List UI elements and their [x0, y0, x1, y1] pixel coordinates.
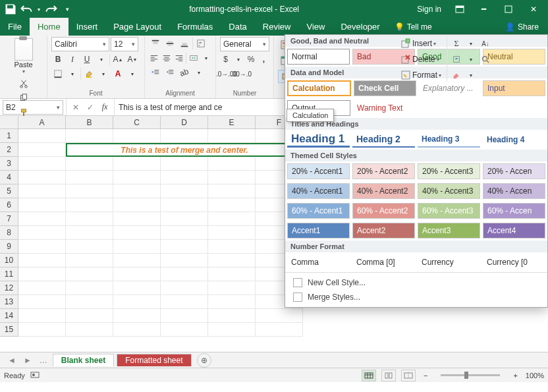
new-cell-style-menu[interactable]: New Cell Style...: [285, 275, 547, 290]
view-pagebreak-button[interactable]: [401, 370, 416, 381]
style-40-accent3[interactable]: 40% - Accent3: [418, 183, 480, 199]
row-header[interactable]: 7: [0, 212, 18, 226]
tab-data[interactable]: Data: [221, 18, 254, 36]
style-calculation[interactable]: Calculation: [287, 80, 351, 96]
merge-styles-menu[interactable]: Merge Styles...: [285, 290, 547, 304]
align-right-button[interactable]: [174, 51, 185, 65]
sheet-nav-more[interactable]: …: [37, 356, 50, 365]
align-top-button[interactable]: [149, 37, 162, 50]
redo-icon[interactable]: [45, 3, 58, 16]
tab-pagelayout[interactable]: Page Layout: [105, 18, 169, 36]
zoom-out-button[interactable]: −: [421, 372, 430, 379]
align-left-button[interactable]: [149, 51, 160, 65]
style-20-accent3[interactable]: 20% - Accent3: [418, 163, 480, 179]
style-accent2[interactable]: Accent2: [352, 223, 415, 238]
underline-button[interactable]: U: [80, 53, 94, 66]
sheet-tab-formatted[interactable]: Formatted sheet: [117, 354, 191, 366]
style-40-accent2[interactable]: 40% - Accent2: [352, 183, 415, 199]
style-60-accent1[interactable]: 60% - Accent1: [287, 203, 350, 219]
style-comma[interactable]: Comma: [287, 254, 350, 270]
ribbon-display-icon[interactable]: [448, 0, 472, 18]
align-middle-button[interactable]: [163, 37, 177, 50]
style-currency0[interactable]: Currency [0: [483, 254, 545, 270]
autosum-button[interactable]: Σ: [450, 37, 463, 50]
row-header[interactable]: 3: [0, 157, 18, 171]
increase-font-button[interactable]: A▲: [111, 53, 124, 66]
row-header[interactable]: 6: [0, 198, 18, 212]
fill-color-button[interactable]: [82, 67, 96, 80]
tell-me[interactable]: 💡Tell me: [388, 18, 439, 36]
font-name-combo[interactable]: Calibri▾: [51, 37, 109, 51]
tab-insert[interactable]: Insert: [68, 18, 106, 36]
enter-icon[interactable]: ✓: [84, 101, 97, 114]
comma-button[interactable]: ,: [258, 53, 269, 66]
decrease-decimal-button[interactable]: .00→.0: [234, 67, 248, 80]
share-button[interactable]: 👤Share: [496, 18, 548, 36]
chevron-down-icon[interactable]: ▾: [464, 37, 478, 50]
row-header[interactable]: 14: [0, 309, 18, 323]
wrap-text-button[interactable]: abc: [194, 37, 207, 50]
sign-in-link[interactable]: Sign in: [410, 5, 448, 14]
row-header[interactable]: 12: [0, 281, 18, 295]
cut-button[interactable]: [17, 77, 30, 90]
zoom-in-button[interactable]: +: [510, 372, 520, 379]
select-all-corner[interactable]: [0, 116, 18, 128]
tab-view[interactable]: View: [298, 18, 333, 36]
chevron-down-icon[interactable]: ▾: [97, 67, 110, 80]
zoom-thumb[interactable]: [464, 372, 468, 379]
chevron-down-icon[interactable]: ▾: [464, 53, 478, 66]
row-header[interactable]: 11: [0, 267, 18, 281]
close-button[interactable]: ✕: [522, 0, 545, 18]
sort-filter-button[interactable]: A↓: [479, 37, 492, 50]
style-40-accent4[interactable]: 40% - Accen: [483, 183, 545, 199]
style-currency[interactable]: Currency: [418, 254, 480, 270]
col-header[interactable]: E: [208, 116, 256, 128]
style-explanatory[interactable]: Explanatory ...: [419, 80, 480, 96]
borders-button[interactable]: [51, 67, 65, 80]
col-header[interactable]: B: [66, 116, 113, 128]
number-format-combo[interactable]: General▾: [220, 37, 269, 51]
tab-developer[interactable]: Developer: [333, 18, 387, 36]
style-accent3[interactable]: Accent3: [418, 223, 480, 238]
tab-review[interactable]: Review: [255, 18, 299, 36]
align-bottom-button[interactable]: [178, 37, 191, 50]
style-20-accent4[interactable]: 20% - Accen: [483, 163, 545, 179]
sheet-nav-prev[interactable]: ◄: [5, 356, 18, 365]
paste-button[interactable]: Paste ▾: [11, 37, 36, 74]
tab-formulas[interactable]: Formulas: [169, 18, 221, 36]
insert-cells-button[interactable]: Insert▾: [398, 37, 444, 50]
copy-button[interactable]: [17, 92, 30, 105]
tab-home[interactable]: Home: [30, 18, 68, 36]
cancel-icon[interactable]: ✕: [69, 101, 82, 114]
row-header[interactable]: 8: [0, 226, 18, 240]
style-heading2[interactable]: Heading 2: [352, 132, 415, 148]
style-warning[interactable]: Warning Text: [353, 100, 414, 116]
chevron-down-icon[interactable]: ▾: [464, 69, 478, 82]
style-heading1[interactable]: Heading 1: [287, 132, 350, 148]
style-accent1[interactable]: Accent1: [287, 223, 350, 238]
row-header[interactable]: 9: [0, 240, 18, 254]
row-header[interactable]: 4: [0, 171, 18, 184]
zoom-value[interactable]: 100%: [526, 372, 544, 379]
view-pagelayout-button[interactable]: [381, 370, 396, 381]
find-select-button[interactable]: [479, 53, 492, 66]
format-cells-button[interactable]: Format▾: [398, 69, 444, 82]
percent-button[interactable]: %: [246, 53, 257, 66]
col-header[interactable]: C: [113, 116, 161, 128]
row-header[interactable]: 13: [0, 295, 18, 309]
style-40-accent1[interactable]: 40% - Accent1: [287, 183, 350, 199]
font-size-combo[interactable]: 12▾: [111, 37, 138, 51]
minimize-button[interactable]: ━: [472, 0, 495, 18]
row-header[interactable]: 15: [0, 323, 18, 337]
row-header[interactable]: 2: [0, 143, 18, 157]
style-normal[interactable]: Normal: [287, 49, 350, 65]
style-input[interactable]: Input: [483, 80, 545, 96]
undo-dropdown-icon[interactable]: ▾: [36, 3, 42, 16]
decrease-indent-button[interactable]: [149, 66, 162, 79]
chevron-down-icon[interactable]: ▾: [192, 66, 206, 79]
row-header[interactable]: 10: [0, 254, 18, 267]
style-neutral[interactable]: Neutral: [483, 49, 545, 65]
row-header[interactable]: 5: [0, 184, 18, 198]
row-header[interactable]: 1: [0, 129, 18, 143]
style-comma0[interactable]: Comma [0]: [352, 254, 415, 270]
